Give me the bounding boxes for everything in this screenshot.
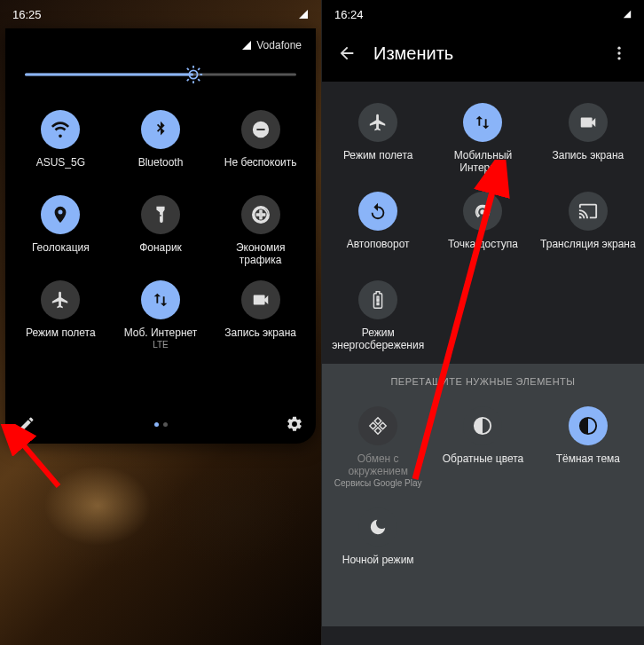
- edit-button[interactable]: [14, 412, 39, 437]
- datasaver-icon: [241, 195, 280, 234]
- record-icon: [241, 280, 280, 319]
- svg-point-14: [482, 210, 485, 214]
- status-icons: [298, 9, 309, 20]
- qs-tile-rotate[interactable]: Автоповорот: [326, 186, 430, 266]
- brightness-slider[interactable]: [5, 59, 316, 98]
- status-icons: [623, 10, 632, 19]
- svg-line-7: [187, 79, 189, 81]
- page-indicator: [39, 422, 282, 427]
- edit-inactive-tiles: Обмен с окружениемСервисы Google PlayОбр…: [322, 396, 644, 591]
- carrier-name: Vodafone: [256, 39, 302, 51]
- location-icon: [41, 195, 80, 234]
- qs-tile-wifi[interactable]: ASUS_5G: [11, 105, 111, 183]
- gear-icon: [286, 415, 303, 433]
- tile-label: Экономия трафика: [214, 241, 307, 266]
- darktheme-icon: [569, 406, 608, 445]
- svg-line-5: [187, 68, 189, 70]
- tile-label: Точка доступа: [448, 238, 518, 263]
- statusbar-right: 16:24: [322, 0, 644, 28]
- svg-point-9: [253, 208, 268, 223]
- flashlight-icon: [141, 195, 180, 234]
- qs-footer: [14, 412, 307, 437]
- tile-label: Автоповорот: [347, 238, 410, 263]
- tile-label: Bluetooth: [138, 156, 184, 181]
- mobiledata-icon: [463, 103, 502, 142]
- more-vert-icon: [610, 44, 628, 62]
- qs-tile-invert[interactable]: Обратные цвета: [430, 401, 535, 493]
- qs-tiles-grid: ASUS_5GBluetoothНе беспокоитьГеолокацияФ…: [5, 98, 316, 353]
- page-dot: [163, 422, 168, 427]
- tile-label: Ночной режим: [342, 554, 414, 578]
- moon-icon: [358, 507, 397, 547]
- tile-label: ASUS_5G: [36, 156, 85, 181]
- battery-icon: [358, 280, 397, 319]
- qs-tile-record[interactable]: Запись экрана: [210, 275, 310, 353]
- tile-label: Обратные цвета: [443, 452, 523, 477]
- qs-tile-battery[interactable]: Режим энергосбережения: [326, 275, 430, 355]
- back-button[interactable]: [334, 41, 359, 66]
- more-button[interactable]: [607, 41, 632, 66]
- settings-button[interactable]: [282, 412, 307, 437]
- signal-icon: [241, 40, 252, 51]
- airplane-icon: [41, 280, 80, 319]
- qs-tile-airplane[interactable]: Режим полета: [11, 275, 111, 353]
- qs-tile-flashlight[interactable]: Фонарик: [111, 190, 211, 268]
- tile-label: Режим полета: [343, 149, 413, 174]
- edit-inactive-section: ПЕРЕТАЩИТЕ НУЖНЫЕ ЭЛЕМЕНТЫ Обмен с окруж…: [322, 364, 644, 626]
- svg-line-6: [198, 79, 200, 81]
- qs-tile-location[interactable]: Геолокация: [11, 190, 111, 268]
- qs-tile-nearby[interactable]: Обмен с окружениемСервисы Google Play: [326, 401, 430, 493]
- edit-active-tiles: Режим полетаМобильный ИнтернетЗапись экр…: [322, 92, 644, 364]
- tile-sublabel: Сервисы Google Play: [329, 477, 427, 490]
- bluetooth-icon: [141, 110, 180, 149]
- svg-point-15: [377, 299, 380, 302]
- brightness-thumb-icon[interactable]: [184, 65, 203, 84]
- qs-tile-darktheme[interactable]: Тёмная тема: [536, 401, 640, 493]
- qs-tile-record[interactable]: Запись экрана: [536, 98, 640, 177]
- mobiledata-icon: [141, 280, 180, 319]
- dnd-icon: [241, 110, 280, 149]
- qs-tile-cast[interactable]: Трансляция экрана: [536, 186, 640, 266]
- tile-label: Геолокация: [32, 241, 90, 266]
- record-icon: [569, 103, 608, 142]
- qs-tile-mobiledata[interactable]: Мобильный Интернет: [430, 98, 535, 177]
- qs-tile-hotspot[interactable]: Точка доступа: [430, 186, 535, 266]
- tile-label: Не беспокоить: [224, 156, 297, 181]
- rotate-icon: [358, 192, 397, 231]
- tile-label: Режим энергосбережения: [329, 326, 427, 351]
- arrow-back-icon: [337, 43, 357, 63]
- qs-tile-mobiledata[interactable]: Моб. ИнтернетLTE: [111, 275, 211, 353]
- svg-point-0: [189, 70, 197, 78]
- hotspot-icon: [463, 192, 502, 231]
- qs-tile-bluetooth[interactable]: Bluetooth: [111, 105, 211, 183]
- nearby-icon: [358, 406, 397, 445]
- signal-icon: [623, 10, 632, 19]
- signal-icon: [298, 9, 309, 20]
- wallpaper-lamp: [18, 426, 302, 645]
- tile-label: Запись экрана: [552, 149, 624, 174]
- qs-edit-panel: Изменить Режим полетаМобильный ИнтернетЗ…: [322, 28, 644, 645]
- qs-tile-datasaver[interactable]: Экономия трафика: [210, 190, 310, 268]
- edit-header: Изменить: [322, 28, 644, 75]
- tile-label: Запись экрана: [224, 326, 296, 351]
- cast-icon: [569, 192, 608, 231]
- airplane-icon: [358, 103, 397, 142]
- drag-hint: ПЕРЕТАЩИТЕ НУЖНЫЕ ЭЛЕМЕНТЫ: [322, 376, 644, 396]
- tile-label: Фонарик: [139, 241, 182, 266]
- edit-scroll-area[interactable]: Режим полетаМобильный ИнтернетЗапись экр…: [322, 82, 644, 645]
- svg-point-13: [617, 57, 620, 59]
- wifi-icon: [41, 110, 80, 149]
- qs-tile-moon[interactable]: Ночной режим: [326, 502, 430, 582]
- tile-sublabel: LTE: [124, 339, 198, 351]
- tile-label: Режим полета: [26, 326, 96, 351]
- tile-label: Трансляция экрана: [540, 238, 636, 263]
- tile-label: Моб. ИнтернетLTE: [124, 326, 198, 351]
- svg-line-8: [198, 68, 200, 70]
- status-time: 16:24: [334, 8, 364, 21]
- tile-label: Обмен с окружениемСервисы Google Play: [329, 452, 427, 490]
- qs-tile-airplane[interactable]: Режим полета: [326, 98, 430, 177]
- phone-right: 16:24 Изменить Режим полетаМобильный Инт…: [322, 0, 644, 645]
- qs-tile-dnd[interactable]: Не беспокоить: [210, 105, 310, 183]
- quick-settings-panel: Vodafone ASUS_5GBluetoothНе беспокоитьГе…: [5, 28, 316, 444]
- phone-left: 16:25 Vodafone ASUS_5GBluetoothНе беспок…: [0, 0, 322, 645]
